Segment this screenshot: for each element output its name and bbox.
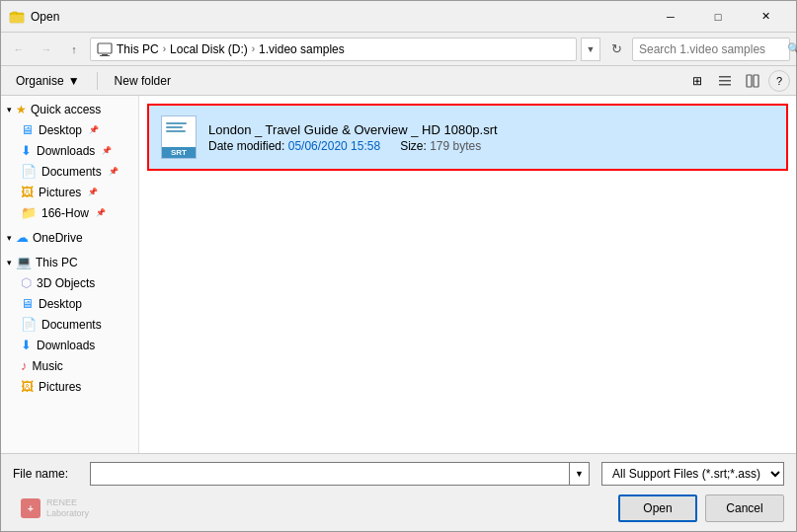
window-controls: ─ □ ✕ bbox=[648, 2, 788, 32]
sidebar-item-3dobjects[interactable]: ⬡ 3D Objects bbox=[1, 272, 138, 293]
computer-icon bbox=[97, 41, 113, 57]
path-folder: 1.video samples bbox=[259, 42, 345, 56]
file-meta: Date modified: 05/06/2020 15:58 Size: 17… bbox=[208, 139, 776, 153]
sidebar-music-label: Music bbox=[33, 359, 63, 373]
onedrive-section: ▾ ☁ OneDrive bbox=[1, 227, 138, 248]
sidebar-downloads-label: Downloads bbox=[37, 144, 95, 158]
search-icon: 🔍 bbox=[787, 42, 797, 55]
downloads-pc-icon: ⬇ bbox=[21, 338, 32, 352]
view-pane-button[interactable] bbox=[741, 69, 764, 93]
toolbar-separator bbox=[97, 72, 98, 90]
documents-pc-icon: 📄 bbox=[21, 317, 37, 332]
date-label: Date modified: bbox=[208, 139, 284, 153]
documents-icon: 📄 bbox=[21, 164, 37, 179]
svg-rect-1 bbox=[10, 15, 24, 23]
open-button[interactable]: Open bbox=[618, 494, 697, 522]
view-details-button[interactable] bbox=[713, 69, 737, 93]
svg-rect-2 bbox=[98, 43, 112, 53]
desktop-pc-icon: 🖥 bbox=[21, 296, 34, 311]
pictures-icon: 🖼 bbox=[21, 185, 34, 199]
quick-access-label: Quick access bbox=[31, 103, 101, 116]
help-button[interactable]: ? bbox=[768, 70, 790, 92]
title-icon bbox=[9, 9, 25, 25]
sidebar-item-music[interactable]: ♪ Music bbox=[1, 355, 138, 376]
details-view-icon bbox=[718, 74, 732, 88]
3dobjects-icon: ⬡ bbox=[21, 275, 32, 290]
refresh-button[interactable]: ↻ bbox=[604, 38, 628, 61]
sidebar-item-desktop[interactable]: 🖥 Desktop bbox=[1, 119, 138, 140]
filename-input[interactable] bbox=[90, 462, 570, 486]
maximize-button[interactable]: □ bbox=[695, 2, 741, 32]
back-button[interactable]: ← bbox=[7, 38, 31, 61]
cancel-button[interactable]: Cancel bbox=[705, 494, 784, 522]
thispc-expand-icon: ▾ bbox=[7, 258, 12, 267]
quick-access-section: ▾ ★ Quick access 🖥 Desktop ⬇ Downloads 📄… bbox=[1, 100, 138, 223]
thispc-icon: 💻 bbox=[16, 255, 32, 269]
minimize-button[interactable]: ─ bbox=[648, 2, 693, 32]
pictures-pc-icon: 🖼 bbox=[21, 379, 34, 394]
view-grid-button[interactable]: ⊞ bbox=[685, 69, 709, 93]
sidebar-166-label: 166-How bbox=[41, 206, 89, 220]
filename-dropdown-btn[interactable]: ▼ bbox=[570, 462, 590, 486]
sidebar-item-downloads[interactable]: ⬇ Downloads bbox=[1, 140, 138, 161]
file-area[interactable]: SRT London _ Travel Guide & Overview _ H… bbox=[139, 96, 796, 453]
file-item[interactable]: SRT London _ Travel Guide & Overview _ H… bbox=[147, 104, 788, 171]
sidebar-pictures-label: Pictures bbox=[39, 186, 81, 199]
folder-166-icon: 📁 bbox=[21, 205, 37, 220]
filename-row: File name: ▼ bbox=[13, 462, 590, 486]
svg-rect-9 bbox=[754, 75, 758, 87]
toolbar-right: ⊞ ? bbox=[685, 69, 790, 93]
sidebar-desktop-label: Desktop bbox=[39, 123, 82, 137]
onedrive-icon: ☁ bbox=[16, 230, 29, 245]
new-folder-button[interactable]: New folder bbox=[106, 69, 180, 93]
pane-view-icon bbox=[746, 74, 759, 88]
path-thispc: This PC bbox=[117, 42, 159, 56]
sidebar-desktop-pc-label: Desktop bbox=[39, 297, 82, 311]
sidebar-item-desktop-pc[interactable]: 🖥 Desktop bbox=[1, 293, 138, 314]
svg-rect-4 bbox=[100, 55, 110, 56]
filetype-wrap: All Support Files (*.srt;*.ass) bbox=[601, 462, 784, 486]
sidebar-item-downloads-pc[interactable]: ⬇ Downloads bbox=[1, 335, 138, 355]
thispc-header[interactable]: ▾ 💻 This PC bbox=[1, 252, 138, 272]
sidebar-item-pictures-pc[interactable]: 🖼 Pictures bbox=[1, 376, 138, 397]
onedrive-label: OneDrive bbox=[33, 231, 83, 245]
sidebar-item-166[interactable]: 📁 166-How bbox=[1, 202, 138, 223]
close-button[interactable]: ✕ bbox=[743, 2, 788, 32]
toolbar: Organise ▼ New folder ⊞ ? bbox=[1, 66, 796, 96]
onedrive-header[interactable]: ▾ ☁ OneDrive bbox=[1, 227, 138, 248]
organise-dropdown-icon: ▼ bbox=[68, 74, 80, 88]
music-icon: ♪ bbox=[21, 358, 28, 373]
sidebar-item-documents[interactable]: 📄 Documents bbox=[1, 161, 138, 182]
search-input[interactable] bbox=[639, 42, 787, 56]
address-path[interactable]: This PC › Local Disk (D:) › 1.video samp… bbox=[90, 38, 577, 61]
downloads-icon: ⬇ bbox=[21, 143, 32, 158]
title-bar: Open ─ □ ✕ bbox=[1, 1, 796, 33]
sidebar-3dobjects-label: 3D Objects bbox=[37, 276, 95, 290]
date-value: 05/06/2020 15:58 bbox=[288, 139, 380, 153]
filetype-select[interactable]: All Support Files (*.srt;*.ass) bbox=[601, 462, 784, 486]
srt-badge: SRT bbox=[162, 147, 196, 158]
organise-button[interactable]: Organise ▼ bbox=[7, 69, 89, 93]
path-localdisk: Local Disk (D:) bbox=[170, 42, 248, 56]
main-content: ▾ ★ Quick access 🖥 Desktop ⬇ Downloads 📄… bbox=[1, 96, 796, 453]
sidebar-documents-label: Documents bbox=[41, 165, 102, 179]
dialog-title: Open bbox=[31, 10, 648, 24]
sidebar-item-documents-pc[interactable]: 📄 Documents bbox=[1, 314, 138, 335]
search-box[interactable]: 🔍 bbox=[632, 38, 790, 61]
svg-rect-7 bbox=[719, 84, 731, 86]
watermark-text: RENEE Laboratory bbox=[46, 497, 89, 519]
up-button[interactable]: ↑ bbox=[62, 38, 86, 61]
svg-rect-6 bbox=[719, 80, 731, 82]
thispc-label: This PC bbox=[36, 256, 78, 269]
quick-access-header[interactable]: ▾ ★ Quick access bbox=[1, 100, 138, 119]
watermark-logo: + bbox=[21, 498, 40, 518]
forward-button[interactable]: → bbox=[35, 38, 58, 61]
svg-rect-8 bbox=[747, 75, 752, 87]
address-dropdown[interactable]: ▼ bbox=[581, 38, 600, 61]
watermark: + RENEE Laboratory bbox=[13, 494, 97, 523]
bottom-area: File name: ▼ All Support Files (*.srt;*.… bbox=[1, 453, 796, 531]
onedrive-expand-icon: ▾ bbox=[7, 233, 12, 243]
size-label: Size: bbox=[400, 139, 427, 153]
thispc-section: ▾ 💻 This PC ⬡ 3D Objects 🖥 Desktop 📄 Doc… bbox=[1, 252, 138, 397]
sidebar-item-pictures[interactable]: 🖼 Pictures bbox=[1, 182, 138, 202]
